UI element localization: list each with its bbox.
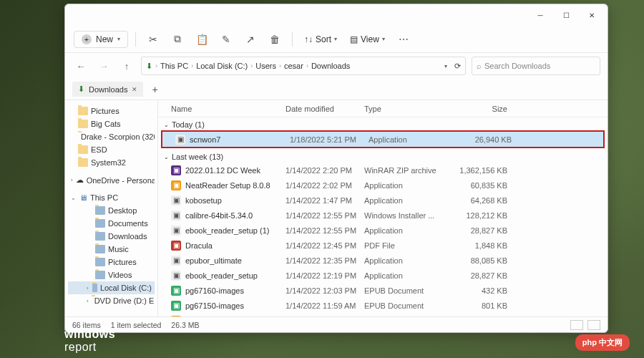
col-date[interactable]: Date modified bbox=[286, 105, 364, 113]
sidebar-item[interactable]: Documents bbox=[68, 217, 155, 230]
group-header[interactable]: ⌄Last week (13) bbox=[158, 150, 608, 163]
maximize-button[interactable]: ☐ bbox=[553, 6, 579, 24]
breadcrumb[interactable]: cesar bbox=[284, 62, 303, 70]
title-bar: ─ ☐ ✕ bbox=[65, 4, 608, 26]
sidebar-item[interactable]: ESD bbox=[68, 143, 155, 156]
minimize-button[interactable]: ─ bbox=[527, 6, 553, 24]
rename-icon[interactable]: ✎ bbox=[216, 29, 236, 49]
sidebar-item[interactable]: Downloads bbox=[68, 230, 155, 243]
file-icon: ▣ bbox=[171, 256, 181, 266]
back-button[interactable]: ← bbox=[72, 57, 89, 74]
file-row[interactable]: ▣2022.01.12 DC Week1/14/2022 2:20 PMWinR… bbox=[158, 163, 608, 178]
sidebar-item-onedrive[interactable]: ›☁OneDrive - Personal bbox=[68, 173, 155, 187]
new-tab-button[interactable]: + bbox=[147, 84, 162, 95]
close-tab-icon[interactable]: ✕ bbox=[132, 86, 137, 93]
view-icon: ▤ bbox=[350, 34, 358, 44]
file-icon: ▣ bbox=[171, 271, 181, 281]
folder-icon bbox=[95, 206, 105, 215]
sidebar-item[interactable]: Big Cats bbox=[68, 117, 155, 130]
php-badge: php 中文网 bbox=[575, 334, 630, 351]
file-row[interactable]: ▣NeatReader Setup 8.0.81/14/2022 2:02 PM… bbox=[158, 178, 608, 193]
sidebar-item[interactable]: Pictures bbox=[68, 105, 155, 117]
folder-icon bbox=[78, 120, 88, 128]
breadcrumb[interactable]: Downloads bbox=[311, 62, 350, 70]
view-button[interactable]: ▤ View ▾ bbox=[346, 34, 389, 44]
file-icon: ▣ bbox=[171, 286, 181, 296]
sidebar-item[interactable]: Pictures bbox=[68, 256, 155, 268]
search-icon: ⌕ bbox=[477, 62, 482, 70]
forward-button[interactable]: → bbox=[95, 57, 112, 74]
sidebar-item[interactable]: Desktop bbox=[68, 204, 155, 217]
file-icon: ▣ bbox=[171, 180, 181, 190]
copy-icon[interactable]: ⧉ bbox=[167, 29, 187, 49]
pc-icon: 🖥 bbox=[79, 193, 87, 202]
sidebar-item[interactable]: Videos bbox=[68, 268, 155, 281]
file-icon: ▣ bbox=[171, 241, 181, 251]
nav-pane: PicturesBig CatsDrake - Scorpion (320)ES… bbox=[65, 100, 158, 316]
folder-icon bbox=[78, 107, 88, 115]
sort-icon: ↑↓ bbox=[304, 34, 313, 44]
chevron-down-icon: ▾ bbox=[117, 36, 120, 42]
sidebar-item[interactable]: ›Local Disk (C:) bbox=[68, 281, 155, 294]
folder-icon bbox=[92, 284, 97, 292]
file-row[interactable]: ▣calibre-64bit-5.34.01/14/2022 12:55 PMW… bbox=[158, 208, 608, 223]
file-row[interactable]: ▣epubor_ultimate1/14/2022 12:35 PMApplic… bbox=[158, 253, 608, 268]
sidebar-item[interactable]: Music bbox=[68, 243, 155, 256]
sort-button[interactable]: ↑↓ Sort ▾ bbox=[300, 34, 341, 44]
selection-size: 26.3 MB bbox=[171, 321, 199, 329]
share-icon[interactable]: ↗ bbox=[240, 29, 260, 49]
file-list-area: Name Date modified Type Size ⌄Today (1)▣… bbox=[158, 100, 608, 316]
explorer-window: ─ ☐ ✕ + New ▾ ✂ ⧉ 📋 ✎ ↗ 🗑 ↑↓ Sort ▾ ▤ Vi… bbox=[64, 4, 608, 333]
group-header[interactable]: ⌄Today (1) bbox=[158, 117, 608, 130]
plus-icon: + bbox=[82, 34, 92, 44]
tab-downloads[interactable]: ⬇ Downloads ✕ bbox=[72, 82, 143, 97]
address-bar[interactable]: ⬇ › This PC› Local Disk (C:)› Users› ces… bbox=[141, 57, 466, 75]
breadcrumb[interactable]: This PC bbox=[160, 62, 188, 70]
selection-count: 1 item selected bbox=[111, 321, 162, 329]
sidebar-item-thispc[interactable]: ⌄🖥This PC bbox=[68, 191, 155, 204]
file-icon: ▣ bbox=[171, 165, 181, 175]
toolbar: + New ▾ ✂ ⧉ 📋 ✎ ↗ 🗑 ↑↓ Sort ▾ ▤ View ▾ ⋯ bbox=[65, 26, 608, 53]
file-icon: ▣ bbox=[171, 211, 181, 221]
col-size[interactable]: Size bbox=[450, 105, 507, 113]
col-name[interactable]: Name bbox=[171, 105, 286, 113]
refresh-icon[interactable]: ⟳ bbox=[454, 62, 461, 71]
folder-icon bbox=[95, 219, 105, 228]
file-icon: ▣ bbox=[171, 226, 181, 236]
cloud-icon: ☁ bbox=[76, 175, 84, 185]
cut-icon[interactable]: ✂ bbox=[143, 29, 163, 49]
downloads-icon: ⬇ bbox=[78, 84, 84, 94]
file-row[interactable]: ▣pg67160-images1/14/2022 12:03 PMEPUB Do… bbox=[158, 283, 608, 298]
file-row[interactable]: ▣Dracula1/14/2022 12:45 PMPDF File1,848 … bbox=[158, 238, 608, 253]
folder-icon bbox=[78, 158, 88, 167]
col-type[interactable]: Type bbox=[364, 105, 450, 113]
status-bar: 66 items 1 item selected 26.3 MB bbox=[65, 316, 608, 332]
sidebar-item[interactable]: System32 bbox=[68, 156, 155, 169]
breadcrumb[interactable]: Local Disk (C:) bbox=[196, 62, 248, 70]
close-button[interactable]: ✕ bbox=[579, 6, 605, 24]
file-row[interactable]: ▣ebook_reader_setup1/14/2022 12:19 PMApp… bbox=[158, 268, 608, 283]
file-row[interactable]: ▣ebook_reader_setup (1)1/14/2022 12:55 P… bbox=[158, 223, 608, 238]
highlight-box: ▣scnwon71/18/2022 5:21 PMApplication26,9… bbox=[161, 130, 605, 148]
file-row[interactable]: ▣kobosetup1/14/2022 1:47 PMApplication64… bbox=[158, 193, 608, 208]
file-row[interactable]: ▣scnwon71/18/2022 5:21 PMApplication26,9… bbox=[162, 132, 603, 147]
new-label: New bbox=[96, 34, 113, 44]
paste-icon[interactable]: 📋 bbox=[192, 29, 212, 49]
up-button[interactable]: ↑ bbox=[118, 57, 135, 74]
new-button[interactable]: + New ▾ bbox=[74, 31, 128, 48]
file-icon: ▣ bbox=[171, 301, 181, 311]
file-row[interactable]: ▣pg67150-images1/14/2022 11:59 AMEPUB Do… bbox=[158, 298, 608, 313]
column-headers: Name Date modified Type Size bbox=[158, 100, 608, 117]
search-input[interactable]: ⌕ Search Downloads bbox=[472, 57, 600, 75]
folder-icon bbox=[95, 271, 105, 279]
tab-strip: ⬇ Downloads ✕ + bbox=[65, 79, 608, 100]
sidebar-item[interactable]: ›DVD Drive (D:) ESD-ISO bbox=[68, 294, 155, 307]
more-icon[interactable]: ⋯ bbox=[394, 29, 414, 49]
file-icon: ▣ bbox=[175, 135, 185, 145]
sidebar-item[interactable]: Drake - Scorpion (320) bbox=[68, 130, 155, 143]
thumbnails-view-button[interactable] bbox=[587, 320, 600, 330]
breadcrumb[interactable]: Users bbox=[255, 62, 276, 70]
folder-icon bbox=[95, 258, 105, 266]
delete-icon[interactable]: 🗑 bbox=[265, 29, 285, 49]
details-view-button[interactable] bbox=[570, 320, 583, 330]
